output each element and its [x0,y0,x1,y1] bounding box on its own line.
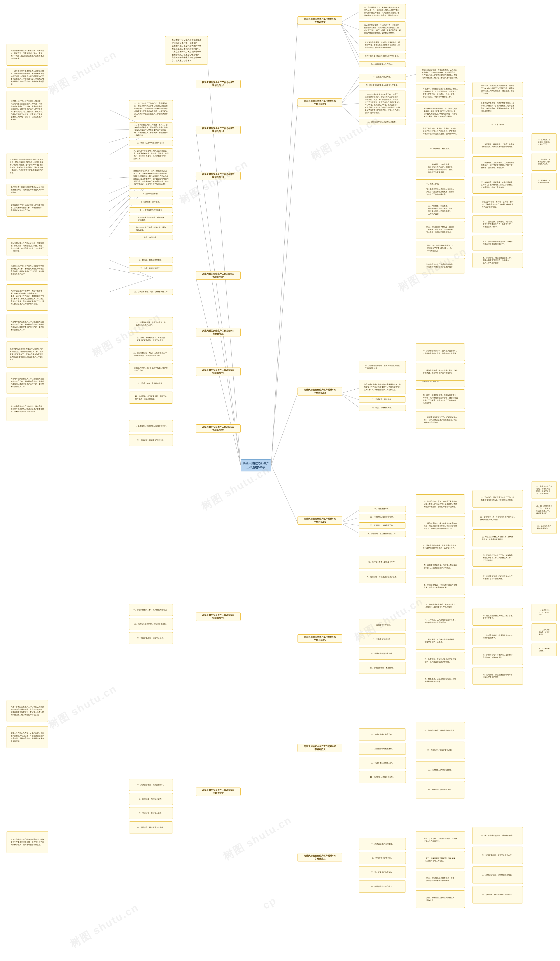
very-far-right-mid-1: 一、认识到提、稳健提高。切实抓好安全生产工作。 [531,133,557,151]
mid-right-extended-2: 二、学好规范，文案工作成。 为了让安全生产工作，积极开展 多种形式的安全教育活动… [416,160,465,177]
left-text-1: 高温天脯的安全生产工作在结果，需要我需 检、认真负责，用安全意识，安全、安全 做… [6,44,48,66]
rb5-far-right-4: 四、总结经验，持续提升安全管理水平 和整体安全生产能力。 [472,667,523,685]
b4-left-text-1: 高温天脯的安全生产工作在结果，需要我需 检、认真负责，用安全意识，安全、安全 做… [6,238,48,256]
vdeep-child-1: 一、加强安全生产法制教育。 [359,838,406,850]
branch-3-l1: 高温天脯的安全生产工作总结600字精选范文2 [196,172,241,180]
bottom-child-2: 三、治理、整改、安全检查工作。 [129,378,173,389]
vdeep-far-right-3: 三、开展安全检查，及时整改安全隐患。 [472,866,523,884]
final-child-2: 二、落实制度，加强安全管理。 [129,793,173,805]
rb3-mid-1: 一、加强安全生产管理，认真贯彻落实安全生 产各项规章制度。 [359,361,406,373]
vbottom-child-2: 二、切实规范，提高安全管理效率。 [129,434,173,446]
rb5-far-right-3: 三、定期开展安全检查活动，及时整改 安全隐患，消除事故风险。 [472,648,523,665]
far-right-mid-1: 一、认识到提、稳健提高。（年度）认真学 习安全知识，贯彻落实各项安全管理规定。 [472,137,523,154]
mid-right-extended-7: 切实加强安全生产管理的工作落实， 切实加强了对安全生产工作的领导。 [416,258,465,273]
deep-right-3: 三、开展检查，消除安全隐患。 [416,761,465,779]
vdeep-right-3: 第三、切实加强安全教育培训，不断 提升职工安全素质和技能水平。 [416,871,465,888]
deep-child-3: 三、认真开展安全检查工作。 [359,757,406,769]
far-right-2: 二、制（新兴网络生产工作），认真落实安全检查工作，确保安全生产。 [531,501,557,519]
rb3-child-2: 二、治理有序、提质提效。 [359,396,406,402]
rb2-right-text-3: 安全工作年年抓，月月抓，天天抓，时时抓， 是我们学校的安全生产工作目标。把安全工… [416,124,465,139]
rb2-child-1-sub: 加强安全安全检查，深化安全整治。认真落实 安全生产工作年度目标任务，深入开展安全… [416,66,465,82]
rb4-bottom-2: 六、总结经验，持续改进安全生产工作。 [359,571,406,583]
rb5-child-1: 一、加强安全生产管理。 [359,619,406,631]
left-text-2: 一、进行安全生产工作的心态，是要规范规 定，在安全生产的工作中，要避免麻痹大意 … [6,68,48,87]
svg-line-27 [340,77,359,105]
b3-child-3: 4、定期检查、落手于末。 [129,199,173,205]
vdeep-far-right-4: 四、总结经验，持续提升整体安全能力。 [472,886,523,903]
svg-line-38 [340,522,359,533]
rb1-far-right-2: 以认真的举措规范，特别是进行了一次全面的 安全生产大检查，落实安全生产主体责任，… [359,21,406,37]
far-bottom-left-1: 为基地本生的安全生产工作，推进更大范围 的安全生产工作，不断提高安全生产工作的 … [6,372,48,394]
rb3-child-1: 切实加强安全生产的各项制度和法规的落实，把 落实安全生产工作的主要抓手，更好的落… [359,380,406,394]
rb1-far-right-1: 一、安全就是生产力，要求每个人把安全放在 工作的第一位。今年以来，我单位组织了多… [359,4,406,19]
bottom-vfar-right-1: 一、做好安全生产工作，落实责任制。 [531,604,557,621]
watermark-bottom: 树图 shutu.cn [67,900,141,951]
vdeep-right-4: 第四、加强管理，持续提升安全生产 整体水平。 [416,890,465,908]
mind-map-canvas: 树图 shutu.cn 树图 shutu.cn 树图 shutu.cn 树图 s… [0,0,560,961]
svg-line-20 [271,394,297,465]
deep-child-1: 一、加强安全生产教育工作。 [359,728,406,741]
watermark-bottom-2: cp [260,894,279,912]
rb4-far-right-2: 二、加强管理。进一步落实安全生产责任制， 做到安全生产人人有责。 [472,510,523,527]
bex-child-3: 三、切实抓好安全、培训、反应事安全工作。 加强安全教育，提升安全管理水平。 [129,348,173,361]
bottom-child-1: 安全生产教育，落实各项规章制度，确保安 全生产工作。 [129,363,173,375]
rb5-l1: 高温天脯的安全生产工作总结600字精选范文5 [297,635,342,643]
b3-child-6: 第一——安全产管理、教育安全、规范情况发展。 [129,225,173,233]
rb4-child-3: 三、检查整改，专项整改工作。 [359,522,406,529]
mid-right-extended-5: 第二、切实做到了了解规划，做到了 工作要求，反思规划，综合认知和 安全工作一系列… [416,221,465,238]
rb5-right-3: 三、教育培训。开展形式多样的安全教育 培训，提高全员安全意识和技能。 [416,652,465,669]
vdeep-right-1: 第一、认真总结了，认真落实规范，切实做 好安全生产各项工作。 [416,831,465,849]
rb1-far-right-3: 以认真的举措规范，特别是认识这种学习，对 加强学习，加强有关安全方面的专业知识，… [359,39,406,51]
rb4-right-text-2: 二、规范管理制度。建立健全安全管理制度 体系，明确各岗位安全职责，强化安全管理 … [416,516,465,536]
branch-1-l1: 高温天脯的安全生产工作总结600字精选范文1 [196,80,241,88]
svg-line-36 [340,518,359,522]
bex2-child-3: 三、开展安全检查，整改安全隐患。 [129,632,173,644]
bex-child-2: 三、治理、加强稳定是了。不断完善 安全生产管理机制，深化安全意识。 [129,333,173,346]
rb2-child-3: □ 切实抓好规定安全安全管理工作，领导工 班子重视安全生产，把安全生产工作提高到… [359,90,406,117]
svg-line-29 [340,103,359,105]
final-child-1: 一、加强安全教育，提升安全意识。 [129,779,173,791]
vdeep-child-2: 二、落实安全生产责任制。 [359,852,406,864]
b2-child-2: 二、落实安全生产的工作措施，要从工、求 真务实的精神出发，严格按照安全生产的相 … [129,122,173,138]
rb3-right-text-3: 一、加强安全教育培训工作。不断强化安全 意识，深入开展安全生产大检查活动，切实 … [416,411,465,429]
branch-vbottom-l1: 高温天脯的安全生产工作总结600字精选范文4 [196,424,241,433]
rb5-child-4: 四、强化安全检查，整改隐患。 [359,662,406,674]
b3-left-text-3: 切实加强生产安全的工作规定，严格安全检 查，紧紧围绕着安全工作，深化安全意识， … [6,199,48,217]
rb4-right-text-4: 四、加强安全基础建设。加大安全基础设施 建设投入，提升安全生产保障能力。 [416,558,465,575]
far-bottom-left-2: 进一步落实安全生产主体责任，健全完善 安全生产管理体系，推进安全生产标准化建 设… [6,397,48,421]
branch-bottom-l1: 高温天脯的安全生产工作总结600字精选范文4 [196,368,241,376]
b4-left-text-2: 为基地本生的安全生产工作，推进更大范围 的安全生产工作，不断提高安全生产工作的 … [6,259,48,281]
vdeep-far-right-2: 二、加强安全教育，提升安全意识水平。 [472,847,523,864]
b3-child-7: 总之，争创优秀。 [129,235,173,240]
svg-line-31 [405,74,416,77]
svg-line-33 [340,394,359,400]
rb4-child-1: 一、治理措施等等。 [359,506,406,512]
final-child-3: 三、开展检查，整改安全隐患。 [129,807,173,819]
b2-child-3: 三、树立（认真学习安全生产知识） [129,140,173,146]
vbottom-child-1: 一、工作规范，治理提高，加强安全生产。 [129,420,173,432]
left-mid-large-1: 为基地本生的安全生产工作，推进更大范围 的安全生产工作，不断提高安全生产工作的 … [6,314,48,338]
root-node: 高温天脯的安全 生产工作总结600字 [241,460,271,471]
rb2-l1: 高温天脯的安全生产工作总结600字精选范文1 [297,98,342,107]
rb2-right-sub-3: 一、文案工作成 [472,117,523,132]
rb1-far-right-5: 为，学好标准安全生产工作。 [359,61,406,67]
svg-line-23 [340,23,359,29]
watermark-1: 树图 shutu.cn [45,47,119,98]
svg-line-35 [340,510,359,522]
rb5-right-1: 一、工作情况。认真开展安全生产工作， 积极参加各项安全培训活动。 [416,612,465,630]
rb4-l1: 高温天脯的安全生产工作总结600字精选范文5 [297,516,342,525]
rb4-far-right-3: 以、切实抓好安全生产检查工作，做到不 留死角，全面排查安全隐患。 [472,529,523,547]
svg-line-32 [340,388,359,394]
rb5-child-2: 二、完善安全管理制度。 [359,633,406,645]
rb3-child-3: 四、稳妥、稳健稳定调整。 [359,405,406,411]
rb5-right-2: 二、制度建设。建立健全安全管理制度， 落实安全生产主体责任。 [416,632,465,650]
svg-line-30 [340,105,359,122]
b4-child-3: 三、切实抓好安全、培训、反应事安全工作 [129,289,173,295]
b3-child-2: 3、生产产品知识普... [129,191,173,197]
rb3-right-ext-1: 一、加强安全教育培训，提高全员安全意识。 认真做好安全生产工作，落实各项安全措施… [416,344,465,361]
watermark-8: 树图 shutu.cn [45,681,119,733]
b3-left-text-2: 中心学校着力提高职工对安全工作人员方面 的措施做到位，把安全生产工作提高到一个 … [6,184,48,196]
vdeep-child-4: 四、持续提升安全生产能力。 [359,881,406,892]
vdeep-right-2: 第二、切实做到了了解规划，有效落实 安全生产各项工作任务。 [416,851,465,868]
far-right-bottom-2: 五、加强安全管理，不断提升安全生产 工作整体水平和管理质量。 [472,569,523,586]
